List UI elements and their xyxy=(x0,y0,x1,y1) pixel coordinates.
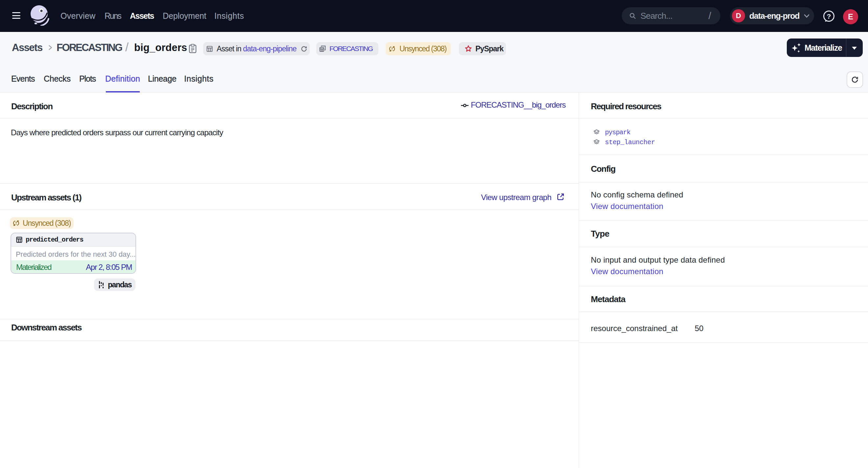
svg-text:?: ? xyxy=(827,12,831,20)
